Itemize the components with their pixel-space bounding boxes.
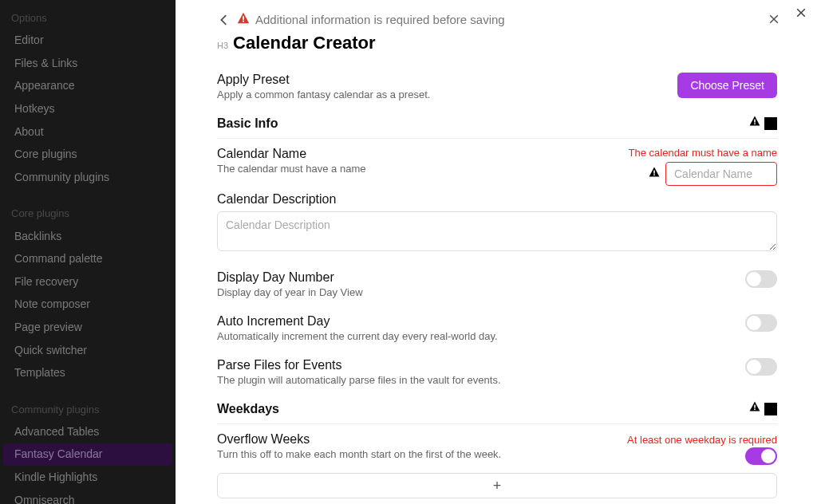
parse-files-title: Parse Files for Events [217,358,736,372]
sidebar-item-about[interactable]: About [3,121,172,144]
parse-files-toggle[interactable] [745,358,777,376]
svg-rect-3 [754,123,756,124]
sidebar-item-kindle-highlights[interactable]: Kindle Highlights [3,467,172,489]
modal-warning-text: Additional information is required befor… [255,13,505,26]
auto-increment-row: Auto Increment Day Automatically increme… [217,306,777,350]
svg-rect-4 [653,170,655,173]
apply-preset-desc: Apply a common fantasy calendar as a pre… [217,89,668,100]
close-icon [768,13,780,26]
sidebar-section-title: Options [0,8,176,29]
app-close-button[interactable] [793,6,809,22]
sidebar-item-hotkeys[interactable]: Hotkeys [3,98,172,120]
arrow-left-icon [217,13,231,27]
weekdays-heading: Weekdays [217,394,777,424]
settings-sidebar: OptionsEditorFiles & LinksAppearanceHotk… [0,0,176,504]
weekday-error-text: At least one weekday is required [627,432,777,447]
display-day-toggle[interactable] [745,270,777,288]
sidebar-item-fantasy-calendar[interactable]: Fantasy Calendar [3,443,172,466]
calendar-name-title: Calendar Name [217,147,619,161]
sidebar-item-files-links[interactable]: Files & Links [3,53,172,75]
section-warning-icon [748,400,761,417]
display-day-title: Display Day Number [217,270,736,285]
overflow-weeks-desc: Turn this off to make each month start o… [217,448,618,460]
svg-rect-0 [243,16,244,20]
sidebar-item-editor[interactable]: Editor [3,30,172,52]
sidebar-item-advanced-tables[interactable]: Advanced Tables [3,421,172,443]
modal-body[interactable]: Apply Preset Apply a common fantasy cale… [201,58,793,504]
modal-title: Calendar Creator [233,33,376,53]
calendar-description-title: Calendar Description [217,192,777,207]
auto-increment-toggle[interactable] [745,314,777,332]
plus-icon: + [493,478,502,494]
sidebar-item-community-plugins[interactable]: Community plugins [3,167,172,189]
display-day-row: Display Day Number Display day of year i… [217,262,777,306]
sidebar-item-quick-switcher[interactable]: Quick switcher [3,340,172,362]
svg-rect-7 [754,408,756,410]
apply-preset-title: Apply Preset [217,73,668,87]
calendar-name-row: Calendar Name The calendar must have a n… [217,139,777,192]
calendar-name-error: The calendar must have a name [629,147,777,159]
calendar-description-row: Calendar Description [217,192,777,254]
display-day-desc: Display day of year in Day View [217,286,736,298]
overflow-weeks-toggle[interactable] [745,447,777,465]
modal-header: Additional information is required befor… [201,0,793,58]
back-button[interactable] [217,13,231,27]
basic-info-heading: Basic Info [217,108,777,139]
svg-rect-2 [754,120,756,123]
close-icon [795,6,807,19]
sidebar-item-omnisearch[interactable]: Omnisearch [3,490,172,504]
field-warning-icon [648,166,661,183]
sidebar-item-backlinks[interactable]: Backlinks [3,226,172,248]
svg-rect-1 [243,21,244,22]
sidebar-item-file-recovery[interactable]: File recovery [3,271,172,293]
sidebar-item-core-plugins[interactable]: Core plugins [3,144,172,166]
svg-rect-5 [653,174,655,175]
parse-files-row: Parse Files for Events The plugin will a… [217,350,777,394]
warning-icon [236,11,251,28]
collapse-toggle[interactable] [764,403,777,415]
modal-close-button[interactable] [766,13,782,29]
sidebar-item-templates[interactable]: Templates [3,362,172,384]
sidebar-item-page-preview[interactable]: Page preview [3,317,172,339]
collapse-toggle[interactable] [764,117,777,130]
sidebar-item-command-palette[interactable]: Command palette [3,248,172,270]
choose-preset-button[interactable]: Choose Preset [677,73,777,98]
sidebar-section-title: Core plugins [0,203,176,224]
overflow-weeks-row: Overflow Weeks Turn this off to make eac… [217,424,777,468]
calendar-name-input[interactable] [665,162,777,186]
overflow-weeks-title: Overflow Weeks [217,432,618,447]
sidebar-item-appearance[interactable]: Appearance [3,75,172,97]
auto-increment-title: Auto Increment Day [217,314,736,329]
section-warning-icon [748,115,761,132]
auto-increment-desc: Automatically increment the current day … [217,330,736,342]
sidebar-section-title: Community plugins [0,400,176,420]
calendar-description-input[interactable] [217,211,777,251]
svg-rect-6 [754,405,756,408]
calendar-creator-modal: Additional information is required befor… [201,0,793,504]
sidebar-item-note-composer[interactable]: Note composer [3,293,172,316]
add-weekday-button[interactable]: + [217,473,777,498]
parse-files-desc: The plugin will automatically parse file… [217,374,736,386]
calendar-name-desc: The calendar must have a name [217,163,619,175]
heading-level-tag: H3 [217,41,228,50]
apply-preset-row: Apply Preset Apply a common fantasy cale… [217,65,777,108]
